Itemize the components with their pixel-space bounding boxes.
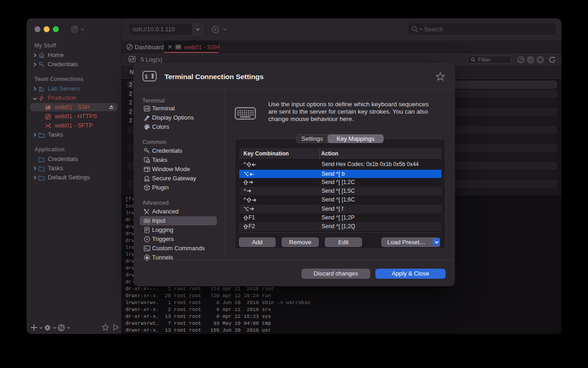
svg-text:$: $: [176, 46, 178, 49]
svg-text:A: A: [529, 57, 532, 63]
svg-text:$: $: [145, 74, 148, 80]
svg-text:$: $: [130, 58, 132, 62]
svg-text:$: $: [46, 106, 48, 110]
svg-text:$: $: [145, 107, 147, 111]
